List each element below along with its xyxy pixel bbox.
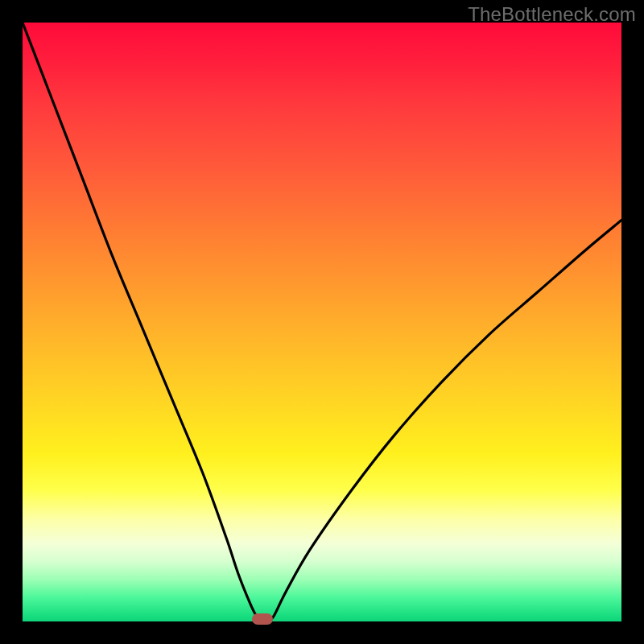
plot-area bbox=[23, 23, 621, 621]
optimal-point-marker bbox=[252, 613, 273, 625]
watermark-text: TheBottleneck.com bbox=[468, 3, 636, 26]
chart-frame: TheBottleneck.com bbox=[0, 0, 644, 644]
bottleneck-curve-path bbox=[23, 23, 621, 621]
curve-svg bbox=[23, 23, 621, 621]
